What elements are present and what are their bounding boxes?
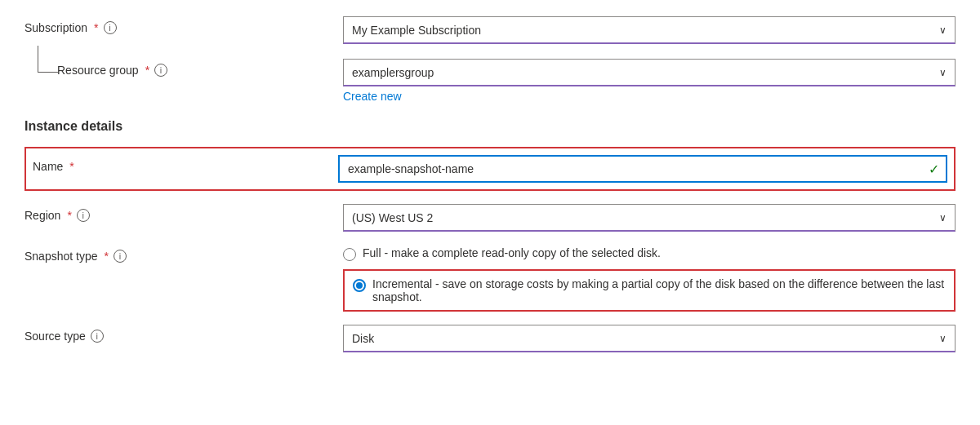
snapshot-incremental-radio-visual[interactable] (353, 279, 366, 292)
source-type-control: Disk ∨ (343, 325, 956, 352)
snapshot-full-option: Full - make a complete read-only copy of… (343, 246, 956, 261)
subscription-control: My Example Subscription ∨ (343, 16, 956, 44)
source-type-dropdown[interactable]: Disk ∨ (343, 325, 956, 352)
snapshot-full-radio[interactable] (343, 248, 356, 261)
snapshot-type-radio-group: Full - make a complete read-only copy of… (343, 246, 956, 312)
resource-group-control: examplersgroup ∨ Create new (343, 59, 956, 103)
name-label: Name (33, 160, 63, 173)
radio-dot (356, 282, 363, 289)
snapshot-type-control: Full - make a complete read-only copy of… (343, 246, 956, 312)
name-label-col: Name * (33, 155, 338, 173)
name-row: Name * ✓ (24, 147, 956, 191)
resource-group-row: Resource group * i examplersgroup ∨ Crea… (24, 59, 956, 103)
source-type-row: Source type i Disk ∨ (24, 325, 956, 354)
snapshot-incremental-option: Incremental - save on storage costs by m… (353, 277, 946, 303)
instance-details-title: Instance details (24, 119, 956, 134)
resource-group-value: examplersgroup (352, 66, 434, 79)
indent-line: Resource group * i (24, 59, 343, 77)
name-input-wrapper: ✓ (338, 155, 947, 183)
resource-group-chevron-icon: ∨ (939, 67, 947, 78)
subscription-chevron-icon: ∨ (939, 24, 947, 36)
snapshot-type-label: Snapshot type (24, 250, 98, 263)
subscription-required: * (94, 21, 98, 34)
region-required: * (67, 209, 71, 222)
subscription-dropdown[interactable]: My Example Subscription ∨ (343, 16, 956, 44)
region-info-icon[interactable]: i (77, 209, 90, 222)
snapshot-incremental-label: Incremental - save on storage costs by m… (372, 277, 946, 303)
create-new-link[interactable]: Create new (343, 90, 956, 103)
subscription-label-col: Subscription * i (24, 16, 343, 34)
name-check-icon: ✓ (929, 162, 939, 177)
name-required: * (69, 160, 74, 173)
region-value: (US) West US 2 (352, 211, 433, 224)
source-type-chevron-icon: ∨ (939, 333, 947, 344)
subscription-value: My Example Subscription (352, 24, 481, 37)
subscription-info-icon[interactable]: i (104, 21, 117, 34)
resource-group-required: * (145, 64, 149, 77)
source-type-label: Source type (24, 330, 86, 343)
snapshot-type-required: * (105, 250, 109, 263)
instance-details-section: Instance details Name * ✓ Region * i (US… (24, 119, 956, 354)
source-type-value: Disk (352, 332, 374, 345)
snapshot-full-label: Full - make a complete read-only copy of… (363, 246, 661, 259)
snapshot-type-info-icon[interactable]: i (114, 250, 127, 263)
region-label: Region (24, 209, 60, 222)
resource-group-label: Resource group (57, 64, 139, 77)
source-type-info-icon[interactable]: i (91, 330, 104, 343)
region-dropdown[interactable]: (US) West US 2 ∨ (343, 204, 956, 232)
resource-group-info-icon[interactable]: i (154, 64, 167, 77)
subscription-row: Subscription * i My Example Subscription… (24, 16, 956, 46)
region-control: (US) West US 2 ∨ (343, 204, 956, 232)
snapshot-type-row: Snapshot type * i Full - make a complete… (24, 246, 956, 312)
name-input[interactable] (338, 155, 947, 183)
resource-group-dropdown[interactable]: examplersgroup ∨ (343, 59, 956, 86)
snapshot-incremental-wrapper: Incremental - save on storage costs by m… (343, 269, 956, 312)
source-type-label-col: Source type i (24, 325, 343, 343)
region-row: Region * i (US) West US 2 ∨ (24, 204, 956, 233)
region-label-col: Region * i (24, 204, 343, 222)
subscription-label: Subscription (24, 21, 87, 34)
region-chevron-icon: ∨ (939, 212, 947, 224)
snapshot-type-label-col: Snapshot type * i (24, 246, 343, 263)
